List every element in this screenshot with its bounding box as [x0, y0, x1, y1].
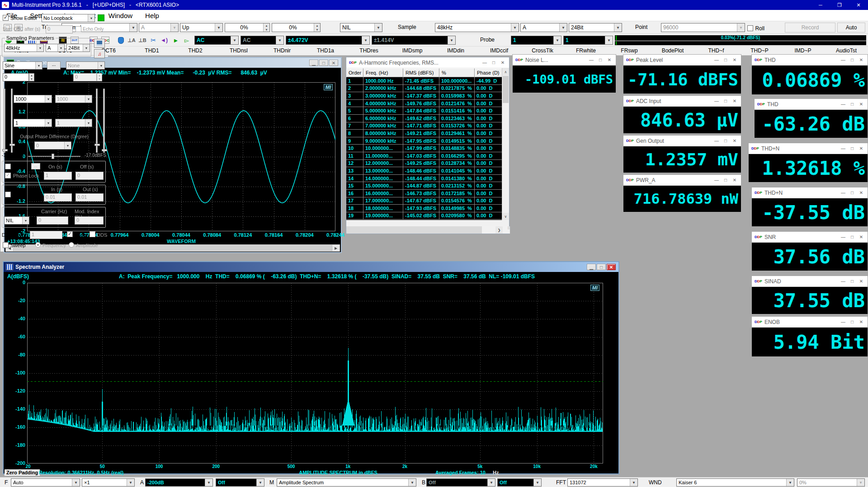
- coupling-a-select[interactable]: AC▼: [194, 36, 239, 45]
- probe-a-icon[interactable]: ⊥A: [127, 36, 137, 45]
- dds-checkbox[interactable]: [90, 231, 95, 237]
- column-header[interactable]: Phase (D): [475, 68, 503, 77]
- scroll-down-icon[interactable]: ∨: [502, 213, 509, 220]
- scroll-right-icon[interactable]: ▶: [332, 245, 340, 251]
- show-editor-checkbox[interactable]: [3, 15, 9, 21]
- table-row[interactable]: 33.000000 kHz-147.37 dBFS0.0159983 %0.00…: [346, 92, 503, 100]
- mask-checkbox[interactable]: [5, 164, 11, 169]
- close-button[interactable]: ✕: [857, 234, 866, 239]
- column-header[interactable]: Freq. (Hz): [363, 68, 403, 77]
- start-osc-field[interactable]: 0: [46, 25, 73, 33]
- slider-thumb[interactable]: [102, 149, 107, 151]
- tab-oct6[interactable]: OCT6: [87, 47, 130, 55]
- table-row[interactable]: 1717.000000...-147.67 dBFS0.0154576 %0.0…: [346, 197, 503, 205]
- phase-lock-checkbox[interactable]: [5, 173, 11, 178]
- record-button[interactable]: Record: [785, 23, 835, 33]
- close-button[interactable]: ✕: [857, 319, 866, 324]
- maximize-button[interactable]: □: [489, 60, 498, 65]
- table-row[interactable]: 22.000000 kHz-144.68 dBFS0.0217875 %0.00…: [346, 85, 503, 93]
- trigger-level-spinner[interactable]: 0%▲▼: [225, 23, 270, 32]
- gen-channel-select[interactable]: A▼: [46, 44, 65, 52]
- window-titlebar[interactable]: DDP SINAD —□✕: [752, 276, 868, 287]
- window-function-select[interactable]: Kaiser 6▼: [676, 478, 794, 487]
- channel-select[interactable]: A▼: [520, 23, 567, 32]
- level-slider-b-left[interactable]: [96, 89, 98, 153]
- window-titlebar[interactable]: DDP SNR —□✕: [752, 232, 868, 243]
- close-button[interactable]: ✕: [857, 190, 866, 195]
- minimize-button[interactable]: —: [839, 57, 848, 62]
- level-slider-b-right[interactable]: [103, 89, 105, 153]
- tab-thdres[interactable]: THDres: [347, 47, 391, 55]
- level-slider-a-right[interactable]: [11, 89, 13, 153]
- close-button[interactable]: ✕: [605, 57, 614, 62]
- column-header[interactable]: %: [439, 68, 475, 77]
- play-icon[interactable]: ►: [171, 36, 181, 45]
- table-row[interactable]: 55.000000 kHz-147.84 dBFS0.0151416 %0.00…: [346, 107, 503, 115]
- column-header[interactable]: RMS (dBFS): [403, 68, 439, 77]
- close-button[interactable]: ✕: [607, 264, 616, 270]
- maximize-button[interactable]: ❐: [830, 0, 849, 10]
- resize-grip[interactable]: ⠿: [503, 226, 510, 234]
- window-titlebar[interactable]: DDP THD+N —□✕: [749, 143, 868, 154]
- close-button[interactable]: ✕: [857, 102, 866, 107]
- duration-field[interactable]: 1: [30, 231, 62, 239]
- maximize-button[interactable]: □: [848, 102, 857, 107]
- maximize-button[interactable]: □: [721, 178, 730, 183]
- menu-item-window[interactable]: Window: [102, 12, 139, 19]
- scroll-thumb[interactable]: [503, 76, 509, 103]
- window-titlebar[interactable]: DDP THD —□✕: [752, 55, 868, 66]
- harmonics-h-scrollbar[interactable]: ❯ ⠿: [346, 226, 510, 234]
- table-row[interactable]: 99.000000 kHz-147.95 dBFS0.0149515 %0.00…: [346, 137, 503, 145]
- maximize-button[interactable]: □: [848, 279, 857, 284]
- slider-thumb[interactable]: [52, 154, 54, 159]
- overlap-select[interactable]: 0%▼: [797, 478, 865, 487]
- table-row[interactable]: 1616.000000...-146.73 dBFS0.0172185 %0.0…: [346, 190, 503, 197]
- roll-checkbox-box[interactable]: [747, 25, 753, 31]
- scroll-up-icon[interactable]: ∧: [502, 68, 509, 75]
- mod-index-field[interactable]: 0: [75, 216, 104, 225]
- modulation-select[interactable]: NIL▼: [4, 216, 29, 225]
- tab-thd1a[interactable]: THD1a: [304, 47, 347, 55]
- table-row[interactable]: 44.000000 kHz-149.76 dBFS0.0121476 %0.00…: [346, 100, 503, 108]
- table-row[interactable]: 1818.000000...-147.93 dBFS0.0149985 %0.0…: [346, 205, 503, 212]
- close-button[interactable]: ✕: [857, 146, 866, 151]
- trigger-edge-select[interactable]: Up▼: [180, 23, 223, 32]
- minimize-button[interactable]: —: [839, 319, 848, 324]
- minimize-button[interactable]: —: [839, 190, 848, 195]
- range-a-select[interactable]: ±4.472V▼: [286, 36, 370, 45]
- maximize-button[interactable]: □: [597, 264, 606, 270]
- slider-thumb[interactable]: [2, 149, 8, 151]
- mask-more-button[interactable]: ...: [31, 163, 40, 169]
- points-select[interactable]: 96000▼: [661, 23, 745, 32]
- window-titlebar[interactable]: DDP ENOB —□✕: [752, 317, 868, 328]
- minimize-button[interactable]: —: [839, 146, 848, 151]
- table-row[interactable]: 11000.000 Hz-71.45 dBFS100.000000...-44.…: [346, 77, 503, 85]
- window-titlebar[interactable]: DDP Noise L... —□✕: [513, 55, 616, 66]
- column-header[interactable]: Order: [346, 68, 363, 77]
- on-field[interactable]: 1: [44, 172, 72, 180]
- tab-imddin[interactable]: IMDdin: [434, 47, 477, 55]
- minimize-button[interactable]: —: [712, 98, 721, 103]
- window-titlebar[interactable]: DDP PWR_A —□✕: [623, 175, 741, 186]
- close-button[interactable]: ✕: [849, 0, 868, 10]
- close-button[interactable]: ✕: [730, 57, 739, 62]
- window-titlebar[interactable]: DDP Gen Output —□✕: [623, 136, 741, 146]
- table-row[interactable]: 77.000000 kHz-147.71 dBFS0.0153726 %0.00…: [346, 122, 503, 130]
- maximize-button[interactable]: □: [721, 138, 730, 143]
- sample-rate-select[interactable]: 48kHz▼: [435, 23, 519, 32]
- fade-out-field[interactable]: 0.01: [75, 193, 104, 201]
- a-range-select[interactable]: -200dB▼: [145, 478, 213, 487]
- table-row[interactable]: 1010.000000...-147.99 dBFS0.0148835 %0.0…: [346, 145, 503, 152]
- dc-offset-a-field[interactable]: 0: [3, 73, 29, 81]
- fft-size-select[interactable]: 131072▼: [567, 478, 638, 487]
- close-button[interactable]: ✕: [498, 60, 507, 65]
- menu-item-help[interactable]: Help: [139, 12, 165, 19]
- generator-run-button[interactable]: [98, 14, 104, 21]
- auto-button[interactable]: Auto: [837, 23, 865, 33]
- save-waveform-button[interactable]: [94, 39, 105, 48]
- table-row[interactable]: 1212.000000...-149.25 dBFS0.0128734 %0.0…: [346, 160, 503, 168]
- calibration-icon[interactable]: [116, 36, 126, 45]
- dc-offset-b-field[interactable]: 0: [73, 73, 97, 81]
- table-row[interactable]: 66.000000 kHz-149.62 dBFS0.0123463 %0.00…: [346, 115, 503, 122]
- zoom-select[interactable]: ×1▼: [82, 478, 135, 487]
